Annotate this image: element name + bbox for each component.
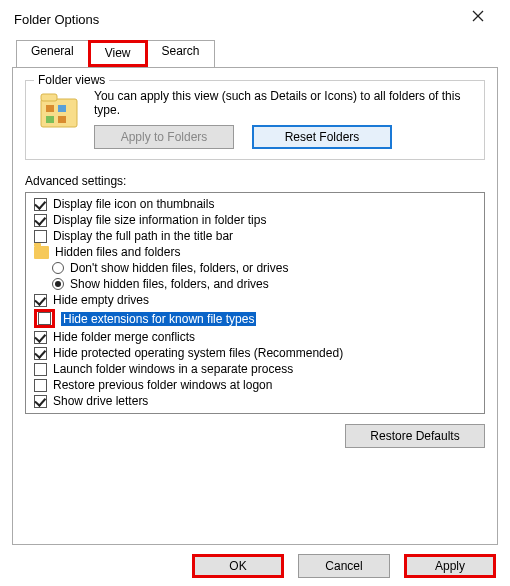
list-item[interactable]: Hide empty drives bbox=[28, 292, 482, 308]
close-button[interactable] bbox=[458, 2, 498, 30]
apply-label: Apply bbox=[435, 559, 465, 573]
list-item-label: Hide extensions for known file types bbox=[61, 312, 256, 326]
checkbox-icon[interactable] bbox=[38, 312, 51, 325]
ok-label: OK bbox=[229, 559, 246, 573]
list-item-label: Restore previous folder windows at logon bbox=[53, 378, 272, 392]
checkbox-icon[interactable] bbox=[34, 331, 47, 344]
checkbox-icon[interactable] bbox=[34, 198, 47, 211]
list-item[interactable]: Display the full path in the title bar bbox=[28, 228, 482, 244]
apply-to-folders-button[interactable]: Apply to Folders bbox=[94, 125, 234, 149]
advanced-settings-list[interactable]: Display file icon on thumbnails Display … bbox=[25, 192, 485, 414]
folder-views-desc: You can apply this view (such as Details… bbox=[94, 89, 474, 117]
list-item-label: Launch folder windows in a separate proc… bbox=[53, 362, 293, 376]
folder-icon bbox=[34, 246, 49, 259]
cancel-label: Cancel bbox=[325, 559, 362, 573]
tab-view[interactable]: View bbox=[88, 40, 148, 67]
tab-search[interactable]: Search bbox=[147, 40, 215, 67]
radio-icon[interactable] bbox=[52, 262, 64, 274]
apply-to-folders-label: Apply to Folders bbox=[121, 130, 208, 144]
radio-icon[interactable] bbox=[52, 278, 64, 290]
list-item[interactable]: Show drive letters bbox=[28, 393, 482, 409]
svg-rect-6 bbox=[46, 116, 54, 123]
close-icon bbox=[472, 10, 484, 22]
list-item[interactable]: Don't show hidden files, folders, or dri… bbox=[28, 260, 482, 276]
reset-folders-label: Reset Folders bbox=[285, 130, 360, 144]
apply-button[interactable]: Apply bbox=[404, 554, 496, 578]
checkbox-icon[interactable] bbox=[34, 347, 47, 360]
reset-folders-button[interactable]: Reset Folders bbox=[252, 125, 392, 149]
list-item-label: Hide folder merge conflicts bbox=[53, 330, 195, 344]
list-item[interactable]: Hide protected operating system files (R… bbox=[28, 345, 482, 361]
svg-rect-7 bbox=[58, 116, 66, 123]
tab-view-label: View bbox=[105, 46, 131, 60]
title-bar: Folder Options bbox=[0, 0, 510, 34]
list-item[interactable]: Launch folder windows in a separate proc… bbox=[28, 361, 482, 377]
list-item[interactable]: Hidden files and folders bbox=[28, 244, 482, 260]
list-item-label: Hide protected operating system files (R… bbox=[53, 346, 343, 360]
ok-button[interactable]: OK bbox=[192, 554, 284, 578]
list-item-label: Display the full path in the title bar bbox=[53, 229, 233, 243]
window-title: Folder Options bbox=[14, 12, 99, 27]
checkbox-icon[interactable] bbox=[34, 379, 47, 392]
list-item-label: Don't show hidden files, folders, or dri… bbox=[70, 261, 288, 275]
checkbox-icon[interactable] bbox=[34, 230, 47, 243]
restore-defaults-button[interactable]: Restore Defaults bbox=[345, 424, 485, 448]
folder-views-legend: Folder views bbox=[34, 73, 109, 87]
checkbox-icon[interactable] bbox=[34, 294, 47, 307]
dialog-footer: OK Cancel Apply bbox=[192, 554, 496, 578]
list-item[interactable]: Hide folder merge conflicts bbox=[28, 329, 482, 345]
tab-strip: General View Search bbox=[16, 40, 510, 67]
restore-defaults-label: Restore Defaults bbox=[370, 429, 459, 443]
checkbox-icon[interactable] bbox=[34, 363, 47, 376]
cancel-button[interactable]: Cancel bbox=[298, 554, 390, 578]
list-item[interactable]: Display file size information in folder … bbox=[28, 212, 482, 228]
list-item-label: Hidden files and folders bbox=[55, 245, 180, 259]
list-item-hide-extensions[interactable]: Hide extensions for known file types bbox=[28, 308, 482, 329]
advanced-settings-label: Advanced settings: bbox=[25, 174, 485, 188]
folder-views-text: You can apply this view (such as Details… bbox=[94, 89, 474, 149]
svg-rect-4 bbox=[46, 105, 54, 112]
list-item[interactable]: Show hidden files, folders, and drives bbox=[28, 276, 482, 292]
folder-views-icon bbox=[36, 89, 84, 133]
list-item-label: Show hidden files, folders, and drives bbox=[70, 277, 269, 291]
tab-general-label: General bbox=[31, 44, 74, 58]
checkbox-icon[interactable] bbox=[34, 214, 47, 227]
list-item-label: Display file size information in folder … bbox=[53, 213, 266, 227]
tab-search-label: Search bbox=[162, 44, 200, 58]
svg-rect-5 bbox=[58, 105, 66, 112]
list-item[interactable]: Restore previous folder windows at logon bbox=[28, 377, 482, 393]
svg-rect-3 bbox=[41, 94, 57, 101]
list-item-label: Hide empty drives bbox=[53, 293, 149, 307]
tab-general[interactable]: General bbox=[16, 40, 89, 67]
list-item-label: Display file icon on thumbnails bbox=[53, 197, 214, 211]
list-item-label: Show drive letters bbox=[53, 394, 148, 408]
checkbox-icon[interactable] bbox=[34, 395, 47, 408]
tab-panel-view: Folder views You can apply this view (su… bbox=[12, 67, 498, 545]
list-item[interactable]: Display file icon on thumbnails bbox=[28, 196, 482, 212]
folder-views-group: Folder views You can apply this view (su… bbox=[25, 80, 485, 160]
